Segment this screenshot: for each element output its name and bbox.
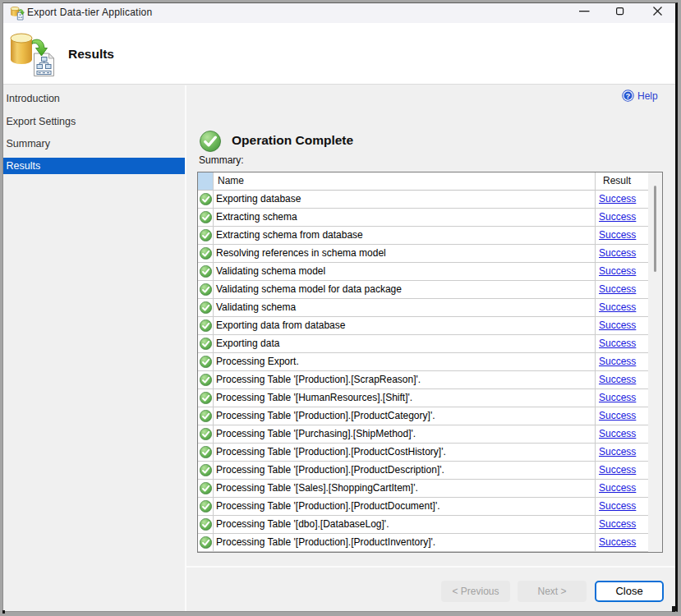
svg-text:?: ? — [626, 91, 631, 100]
